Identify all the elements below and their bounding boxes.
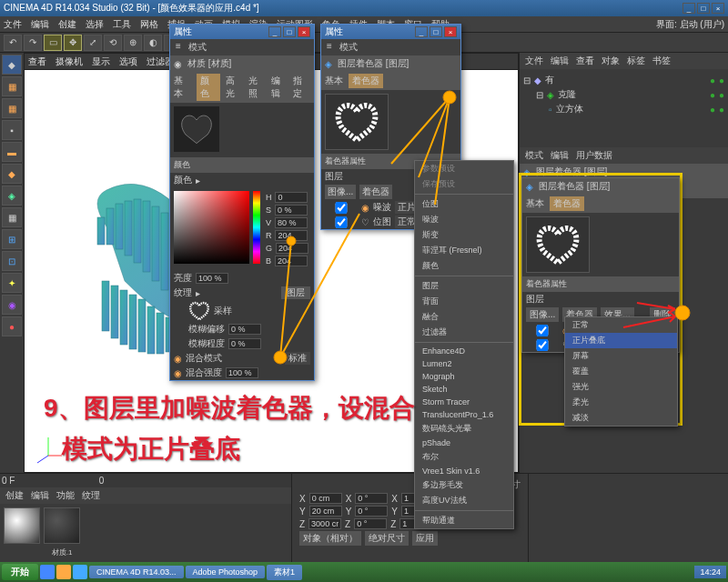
arrow-icon[interactable]: ▸: [196, 288, 200, 298]
close-icon[interactable]: ×: [444, 26, 457, 37]
noise-check[interactable]: [526, 325, 559, 336]
shader-type-dropdown[interactable]: 参数预设 保存预设 位图 噪波 斯变 菲涅耳 (Fresnel) 颜色 图层 背…: [414, 160, 514, 529]
menu-create[interactable]: 创建: [58, 18, 76, 31]
rail-work[interactable]: ⊡: [2, 251, 22, 271]
menu-mesh[interactable]: 网格: [140, 18, 158, 31]
svg-rect-18: [111, 286, 118, 338]
left-toolrail: ◆ ▦ ▦ ▪ ▬ ◆ ◈ ▦ ⊞ ⊡ ✦ ◉ ●: [0, 53, 24, 473]
blend-normal[interactable]: 正常: [565, 317, 677, 333]
material-attr-window: 属性 _□× ≡模式 ◉材质 [材质] 基本 颜色 高光 光照 编辑 指定 颜色…: [169, 24, 315, 381]
tab-objects[interactable]: 对象: [602, 55, 620, 67]
svg-rect-19: [120, 290, 127, 345]
expand-icon[interactable]: ⊟: [536, 90, 543, 100]
arrow-icon[interactable]: ▸: [196, 176, 200, 186]
svg-rect-4: [134, 199, 141, 263]
attr-edit[interactable]: 编辑: [551, 149, 569, 162]
quicklaunch-icon[interactable]: [40, 565, 55, 579]
rail-9[interactable]: ✦: [2, 273, 22, 293]
noise-row-check[interactable]: [325, 202, 358, 214]
blend-multiply[interactable]: 正片叠底: [565, 333, 677, 348]
btn-image[interactable]: 图像...: [325, 185, 356, 199]
rail-uv[interactable]: ◈: [2, 186, 22, 206]
rail-poly[interactable]: ◆: [2, 164, 22, 184]
menu-edit[interactable]: 编辑: [31, 18, 49, 31]
blend-screen[interactable]: 屏幕: [565, 348, 677, 364]
rail-axis[interactable]: ▦: [2, 98, 22, 118]
bottom-area: 0 F0 创建 编辑 功能 纹理 材质.1 尺寸 XXX YYY ZZZ 对象（…: [0, 473, 728, 562]
tab-view[interactable]: 查看: [576, 55, 594, 67]
max-icon[interactable]: □: [430, 26, 442, 37]
maximize-button[interactable]: □: [697, 3, 710, 14]
interface-selector[interactable]: 界面: 启动 (用户): [656, 18, 724, 31]
close-button[interactable]: ×: [712, 3, 724, 14]
menu-select[interactable]: 选择: [86, 18, 104, 31]
hue-slider[interactable]: [253, 191, 260, 264]
tab-tags[interactable]: 标签: [627, 55, 645, 67]
blend-softlight[interactable]: 柔光: [565, 395, 677, 410]
blend-hardlight[interactable]: 强光: [565, 379, 677, 395]
blend-dodge[interactable]: 减淡: [565, 410, 677, 426]
task-ps[interactable]: Adobe Photoshop: [186, 566, 266, 578]
rotate-tool[interactable]: ⟲: [104, 35, 122, 51]
undo-button[interactable]: ↶: [4, 35, 22, 51]
bitmap-check[interactable]: [526, 339, 559, 351]
rail-snap[interactable]: ⊞: [2, 229, 22, 249]
bitmap-row-check[interactable]: [325, 216, 358, 228]
quicklaunch-icon[interactable]: [73, 565, 87, 579]
tab-file[interactable]: 文件: [525, 55, 543, 67]
material-slot-1[interactable]: [4, 507, 40, 544]
btn-image[interactable]: 图像...: [526, 307, 559, 322]
attr-mode[interactable]: 模式: [525, 149, 543, 162]
max-icon[interactable]: □: [283, 26, 296, 37]
expand-icon[interactable]: ⊟: [523, 75, 531, 85]
rail-object[interactable]: ▦: [2, 76, 22, 96]
rail-11[interactable]: ●: [2, 316, 22, 336]
rail-model[interactable]: ◆: [2, 55, 22, 75]
menu-file[interactable]: 文件: [4, 18, 22, 31]
attr-userdata[interactable]: 用户数据: [576, 149, 612, 162]
color-picker[interactable]: [174, 191, 249, 264]
svg-rect-5: [143, 201, 150, 272]
start-button[interactable]: 开始: [2, 564, 38, 580]
object-tree[interactable]: ⊟◆有●● ⊟◈克隆●● ▫立方体●●: [520, 69, 728, 120]
rail-10[interactable]: ◉: [2, 295, 22, 315]
minimize-button[interactable]: _: [682, 3, 695, 14]
tool-5[interactable]: ⊕: [124, 35, 142, 51]
svg-rect-21: [138, 299, 146, 352]
rail-tex[interactable]: ▦: [2, 207, 22, 227]
task-c4d[interactable]: CINEMA 4D R14.03...: [89, 566, 184, 578]
svg-rect-17: [102, 281, 109, 331]
heart-thumb-icon: [188, 301, 210, 321]
material-slot-2[interactable]: [44, 507, 80, 544]
task-folder[interactable]: 素材1: [267, 565, 302, 580]
clock[interactable]: 14:24: [694, 566, 726, 578]
blend-mode-dropdown[interactable]: 正常 正片叠底 屏幕 覆盖 强光 柔光 减淡: [564, 316, 678, 426]
vp-options[interactable]: 选项: [119, 55, 137, 68]
svg-rect-2: [116, 204, 123, 249]
scale-tool[interactable]: ⤢: [84, 35, 102, 51]
tab-edit[interactable]: 编辑: [551, 55, 569, 67]
vp-display[interactable]: 显示: [92, 55, 110, 68]
rail-edge[interactable]: ▬: [2, 142, 22, 162]
vp-view[interactable]: 查看: [28, 55, 46, 68]
min-icon[interactable]: _: [268, 26, 281, 37]
rail-point[interactable]: ▪: [2, 120, 22, 140]
material-preview[interactable]: [174, 106, 219, 152]
menu-tools[interactable]: 工具: [113, 18, 131, 31]
move-tool[interactable]: ✥: [64, 35, 82, 51]
vp-camera[interactable]: 摄像机: [56, 55, 83, 68]
btn-shader[interactable]: 着色器: [359, 185, 392, 199]
redo-button[interactable]: ↷: [24, 35, 42, 51]
svg-rect-22: [147, 306, 155, 354]
tool-6[interactable]: ◐: [144, 35, 162, 51]
select-tool[interactable]: ▭: [44, 35, 62, 51]
close-icon[interactable]: ×: [298, 26, 310, 37]
blend-overlay[interactable]: 覆盖: [565, 364, 677, 379]
min-icon[interactable]: _: [415, 26, 428, 37]
tab-bookmarks[interactable]: 书签: [652, 55, 671, 67]
object-manager-tabs: 文件 编辑 查看 对象 标签 书签: [520, 53, 728, 69]
quicklaunch-icon[interactable]: [56, 565, 71, 579]
shader-preview[interactable]: [526, 216, 590, 273]
layer-preview[interactable]: [325, 94, 389, 150]
svg-line-27: [37, 456, 48, 463]
